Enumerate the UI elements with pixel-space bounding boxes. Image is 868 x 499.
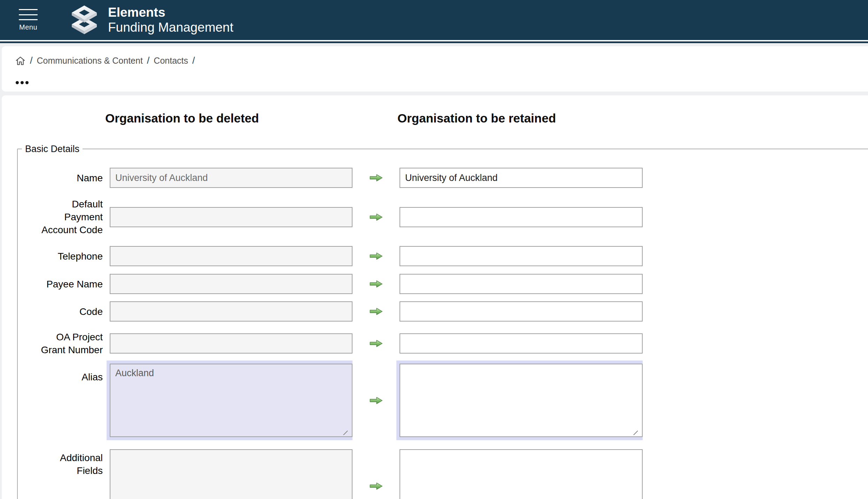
retained-additional-fields-textarea[interactable] [400,449,643,499]
form-row-additional-fields: Additional Fields [18,449,868,499]
retained-telephone-input[interactable] [400,246,643,266]
deleted-additional-fields-textarea [110,449,352,499]
breadcrumb-separator: / [30,55,33,66]
retained-payee-name-input[interactable] [400,274,643,294]
alias-deleted-highlight [107,361,352,440]
field-label-default-payment-account-code: Default Payment Account Code [18,198,110,236]
merge-organisations-panel: Organisation to be deleted Organisation … [2,95,868,499]
retained-oa-project-grant-number-input[interactable] [400,333,643,354]
form-row-default-payment-account-code: Default Payment Account Code [18,198,868,236]
deleted-telephone-input [110,246,352,266]
merge-arrow-icon [369,174,383,182]
breadcrumb-card: / Communications & Content / Contacts / [2,46,868,92]
deleted-column-heading: Organisation to be deleted [105,111,259,125]
basic-details-fieldset: Basic Details Name Default Payment Accou… [17,149,868,499]
field-label-additional-fields: Additional Fields [18,449,110,477]
alias-retained-highlight [396,361,643,440]
brand: Elements Funding Management [70,4,233,35]
field-label-code: Code [18,305,110,318]
retained-column-heading: Organisation to be retained [397,111,556,125]
form-row-payee-name: Payee Name [18,274,868,294]
breadcrumb-item-contacts[interactable]: Contacts [154,56,188,66]
form-row-code: Code [18,301,868,322]
merge-arrow-icon [369,280,383,288]
menu-button[interactable]: Menu [18,8,38,33]
retained-name-input[interactable] [400,168,643,188]
form-row-telephone: Telephone [18,246,868,266]
merge-arrow-icon [369,252,383,260]
field-label-payee-name: Payee Name [18,278,110,291]
deleted-oa-project-grant-number-input [110,333,352,354]
breadcrumb: / Communications & Content / Contacts / [15,55,199,66]
deleted-default-payment-account-code-input [110,207,352,227]
retained-default-payment-account-code-input[interactable] [400,207,643,227]
merge-arrow-icon [369,213,383,221]
deleted-alias-textarea [110,364,352,437]
form-row-oa-project-grant-number: OA Project Grant Number [18,331,868,356]
form-row-alias: Alias [18,361,868,440]
app-header: Menu Elements Funding Management [0,0,868,41]
breadcrumb-separator: / [192,55,195,66]
deleted-name-input [110,168,352,188]
breadcrumb-ellipsis-button[interactable] [16,81,29,84]
breadcrumb-separator: / [147,55,150,66]
header-accent-bar [0,41,868,43]
menu-label: Menu [18,23,38,31]
deleted-code-input [110,301,352,322]
breadcrumb-item-communications-content[interactable]: Communications & Content [37,56,143,66]
merge-arrow-icon [369,339,383,348]
elements-logo-icon [70,4,98,35]
retained-code-input[interactable] [400,301,643,322]
field-label-oa-project-grant-number: OA Project Grant Number [18,331,110,356]
form-row-name: Name [18,168,868,188]
field-label-alias: Alias [18,361,110,383]
retained-alias-textarea[interactable] [400,364,643,437]
merge-arrow-icon [369,396,383,405]
deleted-payee-name-input [110,274,352,294]
field-label-telephone: Telephone [18,250,110,263]
field-label-name: Name [18,172,110,184]
merge-arrow-icon [369,482,383,490]
app-subtitle: Funding Management [108,20,233,35]
hamburger-icon [19,9,38,20]
home-icon[interactable] [15,55,26,66]
merge-arrow-icon [369,307,383,316]
app-title: Elements [108,5,233,20]
